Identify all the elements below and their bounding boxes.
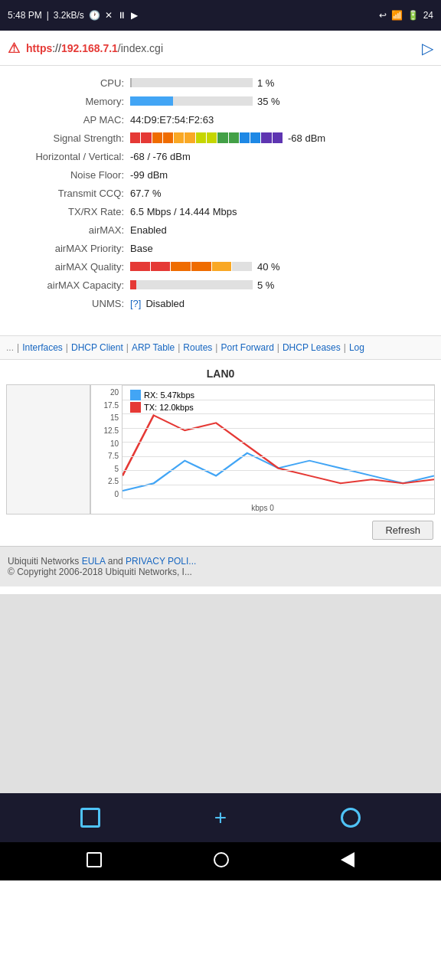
memory-row: Memory: 35 % bbox=[0, 92, 441, 110]
eula-link[interactable]: EULA bbox=[82, 556, 106, 567]
chart-section: LAN0 20 17.5 15 12.5 10 7.5 5 2.5 0 bbox=[0, 360, 441, 514]
y-label-75: 7.5 bbox=[93, 452, 119, 460]
wifi-icon: 📶 bbox=[391, 10, 403, 21]
android-home-button[interactable] bbox=[214, 852, 229, 871]
network-speed: 3.2kB/s bbox=[54, 10, 84, 21]
rx-color-swatch bbox=[130, 390, 141, 400]
speed-label: | bbox=[47, 10, 49, 21]
status-bar: 5:48 PM | 3.2kB/s 🕐 ✕ ⏸ ▶ ↩ 📶 🔋 24 bbox=[0, 0, 441, 31]
rx-legend-label: RX: 5.47kbps bbox=[144, 390, 194, 400]
ccq-value: 67.7 % bbox=[130, 188, 161, 199]
txrx-row: TX/RX Rate: 6.5 Mbps / 14.444 Mbps bbox=[0, 202, 441, 220]
cpu-percent: 1 % bbox=[257, 77, 274, 89]
airmax-priority-label: airMAX Priority: bbox=[8, 243, 130, 254]
nav-log[interactable]: Log bbox=[349, 342, 364, 353]
tx-line bbox=[122, 415, 434, 483]
chart-legend: RX: 5.47kbps TX: 12.0kbps bbox=[130, 390, 194, 413]
ccq-row: Transmit CCQ: 67.7 % bbox=[0, 184, 441, 202]
pause-icon: ⏸ bbox=[117, 10, 126, 21]
signal-row: Signal Strength: -68 dBm bbox=[0, 129, 441, 147]
nav-sep-1: | bbox=[64, 342, 70, 353]
airmax-quality-bar bbox=[130, 262, 253, 271]
cpu-bar-fill bbox=[130, 78, 132, 87]
y-label-25: 2.5 bbox=[93, 477, 119, 485]
grid-line-3 bbox=[122, 428, 434, 429]
nav-port-forward[interactable]: Port Forward bbox=[220, 342, 273, 353]
txrx-label: TX/RX Rate: bbox=[8, 206, 130, 217]
memory-label: Memory: bbox=[8, 96, 130, 107]
ccq-label: Transmit CCQ: bbox=[8, 188, 130, 199]
airmax-capacity-fill bbox=[130, 280, 136, 289]
rx-line bbox=[122, 453, 434, 491]
airmax-priority-value: Base bbox=[130, 243, 153, 254]
refresh-button[interactable]: Refresh bbox=[372, 521, 433, 540]
nav-arp-table[interactable]: ARP Table bbox=[132, 342, 175, 353]
grid-line-bottom bbox=[122, 498, 434, 499]
cpu-row: CPU: 1 % bbox=[0, 74, 441, 92]
noise-row: Noise Floor: -99 dBm bbox=[0, 165, 441, 184]
battery-icon: 🔋 bbox=[407, 10, 419, 21]
status-left: 5:48 PM | 3.2kB/s 🕐 ✕ ⏸ ▶ bbox=[8, 10, 138, 21]
nav-sep-3: | bbox=[176, 342, 181, 353]
airmax-capacity-label: airMAX Capacity: bbox=[8, 279, 130, 291]
android-back-button[interactable] bbox=[341, 852, 354, 871]
x-icon: ✕ bbox=[105, 10, 113, 21]
android-recent-button[interactable] bbox=[87, 852, 102, 871]
y-label-20: 20 bbox=[93, 388, 119, 397]
url-bar[interactable]: ⚠ https://192.168.7.1/index.cgi ▷ bbox=[0, 31, 441, 66]
recent-apps-icon bbox=[87, 852, 102, 867]
airmax-capacity-row: airMAX Capacity: 5 % bbox=[0, 276, 441, 294]
android-nav-bar bbox=[0, 842, 441, 880]
main-content: CPU: 1 % Memory: 35 % AP MAC: 44:D9:E7:5… bbox=[0, 66, 441, 594]
ap-mac-row: AP MAC: 44:D9:E7:54:F2:63 bbox=[0, 110, 441, 129]
partial-left: ... bbox=[6, 342, 14, 353]
airmax-capacity-percent: 5 % bbox=[257, 279, 274, 291]
airmax-capacity-value: 5 % bbox=[130, 279, 274, 291]
battery-level: 24 bbox=[423, 10, 433, 21]
y-label-0: 0 bbox=[93, 490, 119, 498]
airmax-quality-percent: 40 % bbox=[257, 261, 280, 273]
footer-and: and bbox=[108, 556, 126, 567]
browser-menu-button[interactable] bbox=[341, 808, 361, 828]
chart-x-label: kbps 0 bbox=[91, 504, 434, 512]
chart-drawing-area: RX: 5.47kbps TX: 12.0kbps bbox=[122, 385, 434, 498]
url-host: 192.168.7.1 bbox=[61, 42, 118, 54]
cpu-bar bbox=[130, 78, 253, 87]
chart-container: 20 17.5 15 12.5 10 7.5 5 2.5 0 bbox=[6, 384, 435, 514]
browser-tabs-button[interactable] bbox=[80, 808, 100, 828]
airmax-quality-row: airMAX Quality: 40 % bbox=[0, 257, 441, 276]
nav-sep-2: | bbox=[125, 342, 130, 353]
plus-icon: + bbox=[214, 807, 227, 828]
unms-status: Disabled bbox=[145, 298, 185, 309]
tx-legend-item: TX: 12.0kbps bbox=[130, 402, 194, 413]
nav-sep-5: | bbox=[276, 342, 281, 353]
back-arrow-icon: ↩ bbox=[379, 10, 387, 21]
y-label-10: 10 bbox=[93, 439, 119, 448]
url-display[interactable]: https://192.168.7.1/index.cgi bbox=[26, 42, 416, 54]
grid-line-2 bbox=[122, 413, 434, 414]
unms-row: UNMS: [?] Disabled bbox=[0, 294, 441, 312]
tx-legend-label: TX: 12.0kbps bbox=[144, 403, 194, 412]
nav-dhcp-leases[interactable]: DHCP Leases bbox=[283, 342, 341, 353]
grid-line-5 bbox=[122, 456, 434, 457]
browser-new-tab-button[interactable]: + bbox=[214, 807, 227, 828]
nav-interfaces[interactable]: Interfaces bbox=[22, 342, 63, 353]
unms-help[interactable]: [?] bbox=[130, 298, 141, 309]
send-button[interactable]: ▷ bbox=[422, 39, 433, 57]
chart-main: 20 17.5 15 12.5 10 7.5 5 2.5 0 bbox=[90, 384, 435, 514]
privacy-link[interactable]: PRIVACY POLI... bbox=[126, 556, 196, 567]
menu-circle-icon bbox=[341, 808, 361, 828]
hv-value: -68 / -76 dBm bbox=[130, 151, 191, 162]
status-right: ↩ 📶 🔋 24 bbox=[379, 10, 433, 21]
nav-links: ... | Interfaces | DHCP Client | ARP Tab… bbox=[0, 335, 441, 360]
nav-dhcp-client[interactable]: DHCP Client bbox=[71, 342, 123, 353]
chart-title: LAN0 bbox=[6, 368, 435, 380]
url-protocol: https bbox=[26, 42, 52, 54]
cpu-value: 1 % bbox=[130, 77, 274, 89]
nav-routes[interactable]: Routes bbox=[183, 342, 212, 353]
youtube-icon: ▶ bbox=[131, 10, 138, 21]
signal-value: -68 dBm bbox=[130, 132, 325, 144]
empty-area bbox=[0, 594, 441, 793]
alarm-icon: 🕐 bbox=[89, 10, 100, 21]
grid-line-6 bbox=[122, 470, 434, 471]
